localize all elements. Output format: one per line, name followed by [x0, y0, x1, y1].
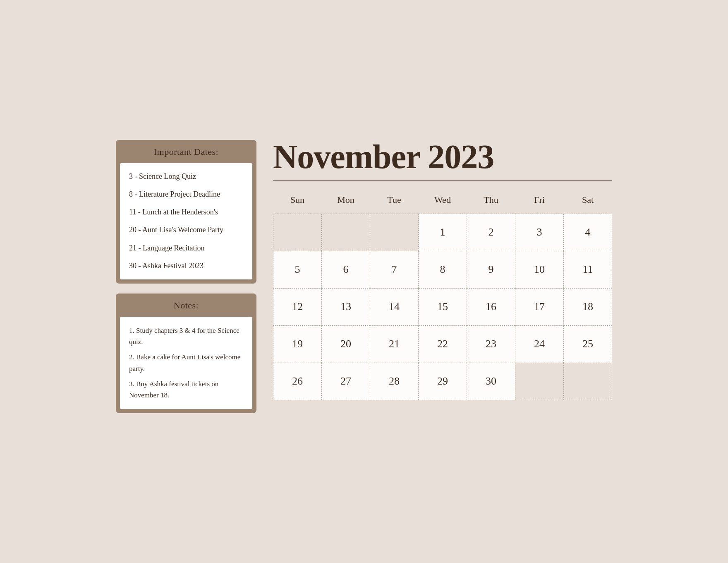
calendar-day[interactable]: 10 — [515, 251, 564, 288]
calendar-day[interactable]: 20 — [322, 325, 370, 363]
calendar-day[interactable]: 25 — [564, 325, 612, 363]
calendar-day[interactable]: 12 — [273, 288, 322, 325]
calendar-day-empty — [370, 214, 419, 251]
list-item: 11 - Lunch at the Henderson's — [129, 207, 243, 217]
sidebar: Important Dates: 3 - Science Long Quiz 8… — [116, 140, 256, 423]
calendar-grid: Sun Mon Tue Wed Thu Fri Sat 123456789101… — [273, 190, 612, 400]
notes-section: Notes: 1. Study chapters 3 & 4 for the S… — [116, 294, 256, 413]
calendar-divider — [273, 180, 612, 181]
calendar-day[interactable]: 4 — [564, 214, 612, 251]
calendar-day[interactable]: 23 — [467, 325, 515, 363]
calendar-day[interactable]: 7 — [370, 251, 419, 288]
important-dates-list: 3 - Science Long Quiz 8 - Literature Pro… — [129, 171, 243, 271]
calendar-day[interactable]: 27 — [322, 363, 370, 400]
calendar-day[interactable]: 18 — [564, 288, 612, 325]
calendar-day-empty — [564, 363, 612, 400]
calendar-section: November 2023 Sun Mon Tue Wed Thu Fri Sa… — [273, 140, 612, 400]
calendar-day[interactable]: 8 — [419, 251, 467, 288]
calendar-day[interactable]: 24 — [515, 325, 564, 363]
calendar-day[interactable]: 26 — [273, 363, 322, 400]
important-dates-section: Important Dates: 3 - Science Long Quiz 8… — [116, 140, 256, 284]
page-container: Important Dates: 3 - Science Long Quiz 8… — [116, 140, 612, 423]
list-item: 8 - Literature Project Deadline — [129, 189, 243, 200]
calendar-title: November 2023 — [273, 140, 612, 174]
day-header-tue: Tue — [370, 190, 419, 214]
note-item: 3. Buy Ashka festival tickets on Novembe… — [129, 378, 243, 401]
important-dates-header: Important Dates: — [116, 140, 256, 163]
calendar-day[interactable]: 2 — [467, 214, 515, 251]
calendar-day[interactable]: 16 — [467, 288, 515, 325]
calendar-day[interactable]: 1 — [419, 214, 467, 251]
calendar-day-empty — [515, 363, 564, 400]
calendar-week-row: 2627282930 — [273, 363, 612, 400]
list-item: 20 - Aunt Lisa's Welcome Party — [129, 225, 243, 235]
calendar-day[interactable]: 6 — [322, 251, 370, 288]
calendar-day[interactable]: 13 — [322, 288, 370, 325]
day-header-wed: Wed — [419, 190, 467, 214]
day-header-sat: Sat — [564, 190, 612, 214]
calendar-day[interactable]: 14 — [370, 288, 419, 325]
calendar-day[interactable]: 22 — [419, 325, 467, 363]
calendar-day[interactable]: 15 — [419, 288, 467, 325]
calendar-day[interactable]: 30 — [467, 363, 515, 400]
calendar-day[interactable]: 19 — [273, 325, 322, 363]
notes-header: Notes: — [116, 294, 256, 317]
calendar-day[interactable]: 21 — [370, 325, 419, 363]
calendar-header-row: Sun Mon Tue Wed Thu Fri Sat — [273, 190, 612, 214]
calendar-day[interactable]: 9 — [467, 251, 515, 288]
day-header-mon: Mon — [322, 190, 370, 214]
important-dates-content: 3 - Science Long Quiz 8 - Literature Pro… — [120, 163, 252, 279]
list-item: 3 - Science Long Quiz — [129, 171, 243, 182]
calendar-day[interactable]: 29 — [419, 363, 467, 400]
calendar-week-row: 567891011 — [273, 251, 612, 288]
calendar-day[interactable]: 5 — [273, 251, 322, 288]
list-item: 21 - Language Recitation — [129, 243, 243, 253]
calendar-week-row: 12131415161718 — [273, 288, 612, 325]
calendar-week-row: 1234 — [273, 214, 612, 251]
notes-content: 1. Study chapters 3 & 4 for the Science … — [120, 317, 252, 409]
calendar-day[interactable]: 11 — [564, 251, 612, 288]
calendar-day-empty — [273, 214, 322, 251]
note-item: 1. Study chapters 3 & 4 for the Science … — [129, 325, 243, 347]
note-item: 2. Bake a cake for Aunt Lisa's welcome p… — [129, 351, 243, 374]
calendar-day[interactable]: 28 — [370, 363, 419, 400]
calendar-day[interactable]: 17 — [515, 288, 564, 325]
notes-text: 1. Study chapters 3 & 4 for the Science … — [129, 325, 243, 401]
day-header-thu: Thu — [467, 190, 515, 214]
calendar-week-row: 19202122232425 — [273, 325, 612, 363]
day-header-fri: Fri — [515, 190, 564, 214]
calendar-day-empty — [322, 214, 370, 251]
calendar-day[interactable]: 3 — [515, 214, 564, 251]
list-item: 30 - Ashka Festival 2023 — [129, 261, 243, 271]
day-header-sun: Sun — [273, 190, 322, 214]
